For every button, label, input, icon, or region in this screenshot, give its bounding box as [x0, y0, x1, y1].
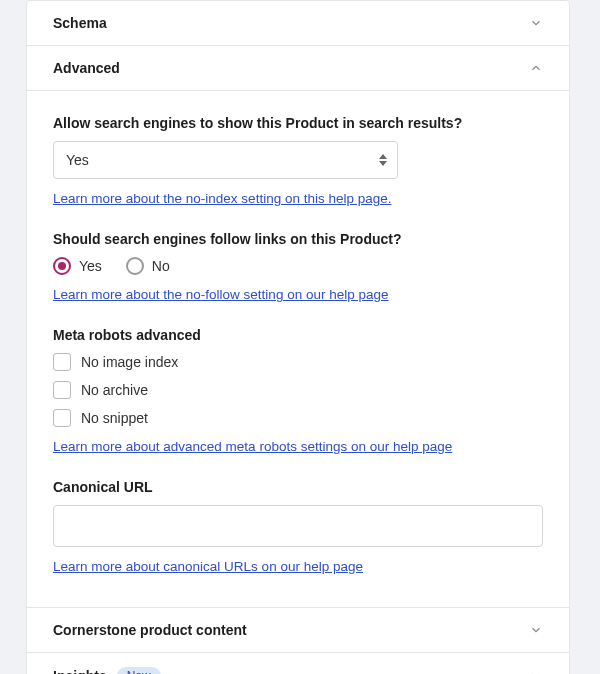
- insights-section-header[interactable]: Insights New: [27, 652, 569, 674]
- no-snippet-checkbox[interactable]: No snippet: [53, 409, 543, 427]
- canonical-help-link[interactable]: Learn more about canonical URLs on our h…: [53, 559, 363, 574]
- advanced-section-body: Allow search engines to show this Produc…: [27, 90, 569, 607]
- search-show-label: Allow search engines to show this Produc…: [53, 115, 543, 131]
- advanced-title: Advanced: [53, 60, 120, 76]
- follow-no-label: No: [152, 258, 170, 274]
- noindex-help-link[interactable]: Learn more about the no-index setting on…: [53, 191, 391, 206]
- no-archive-label: No archive: [81, 382, 148, 398]
- cornerstone-title: Cornerstone product content: [53, 622, 247, 638]
- chevron-up-icon: [529, 61, 543, 75]
- canonical-url-input[interactable]: [53, 505, 543, 547]
- insights-title: Insights: [53, 668, 107, 674]
- no-image-index-checkbox[interactable]: No image index: [53, 353, 543, 371]
- schema-section-header[interactable]: Schema: [27, 1, 569, 45]
- follow-yes-radio[interactable]: Yes: [53, 257, 102, 275]
- chevron-down-icon: [529, 623, 543, 637]
- follow-no-radio[interactable]: No: [126, 257, 170, 275]
- follow-links-label: Should search engines follow links on th…: [53, 231, 543, 247]
- nofollow-help-link[interactable]: Learn more about the no-follow setting o…: [53, 287, 388, 302]
- no-snippet-label: No snippet: [81, 410, 148, 426]
- canonical-label: Canonical URL: [53, 479, 543, 495]
- cornerstone-section-header[interactable]: Cornerstone product content: [27, 607, 569, 652]
- advanced-section-header[interactable]: Advanced: [27, 45, 569, 90]
- meta-robots-label: Meta robots advanced: [53, 327, 543, 343]
- meta-robots-help-link[interactable]: Learn more about advanced meta robots se…: [53, 439, 452, 454]
- chevron-down-icon: [529, 669, 543, 674]
- no-image-index-label: No image index: [81, 354, 178, 370]
- no-archive-checkbox[interactable]: No archive: [53, 381, 543, 399]
- schema-title: Schema: [53, 15, 107, 31]
- search-show-select[interactable]: Yes: [53, 141, 398, 179]
- chevron-down-icon: [529, 16, 543, 30]
- follow-yes-label: Yes: [79, 258, 102, 274]
- new-badge: New: [117, 667, 161, 674]
